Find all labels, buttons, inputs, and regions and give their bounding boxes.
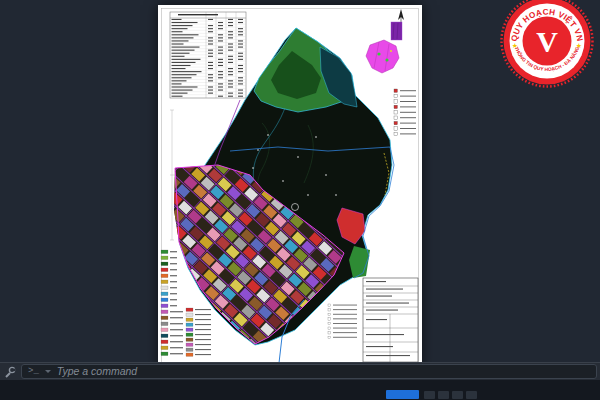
notes-block bbox=[328, 304, 357, 339]
wrench-icon[interactable] bbox=[3, 365, 17, 379]
urban-block[interactable] bbox=[158, 275, 159, 289]
legend-swatch[interactable] bbox=[186, 348, 193, 351]
urban-block[interactable] bbox=[200, 311, 214, 325]
legend-swatch[interactable] bbox=[161, 280, 168, 284]
status-icon[interactable] bbox=[452, 391, 463, 399]
status-icon[interactable] bbox=[466, 391, 477, 399]
legend-swatch[interactable] bbox=[161, 256, 168, 260]
command-prompt-icon: >_ bbox=[28, 367, 39, 376]
legend-label bbox=[195, 309, 211, 310]
legend-swatch[interactable] bbox=[186, 308, 193, 311]
legend-label bbox=[170, 317, 183, 318]
command-history-caret[interactable] bbox=[45, 370, 51, 373]
legend-swatch[interactable] bbox=[161, 292, 168, 296]
urban-block[interactable] bbox=[219, 329, 233, 343]
urban-block[interactable] bbox=[197, 143, 211, 157]
location-inset[interactable] bbox=[366, 22, 402, 73]
legend-label bbox=[170, 353, 183, 354]
drawing-sheet[interactable] bbox=[158, 5, 422, 368]
legend-swatch[interactable] bbox=[161, 274, 168, 278]
urban-block[interactable] bbox=[221, 346, 235, 360]
star-icon: ★ bbox=[576, 42, 582, 49]
planning-map[interactable] bbox=[158, 5, 422, 368]
command-input[interactable]: >_ Type a command bbox=[21, 364, 597, 379]
legend-label bbox=[170, 311, 183, 312]
legend-label bbox=[170, 341, 183, 342]
legend-label bbox=[170, 335, 183, 336]
legend-label bbox=[170, 281, 177, 282]
legend-swatch[interactable] bbox=[161, 340, 168, 344]
legend-swatch[interactable] bbox=[161, 262, 168, 266]
urban-block[interactable] bbox=[163, 217, 177, 231]
legend-swatch[interactable] bbox=[186, 353, 193, 356]
legend-label bbox=[195, 339, 211, 340]
urban-block[interactable] bbox=[179, 277, 193, 291]
status-icon[interactable] bbox=[438, 391, 449, 399]
title-block bbox=[363, 278, 418, 362]
legend-label bbox=[170, 329, 183, 330]
legend-label bbox=[170, 251, 177, 252]
legend-swatch[interactable] bbox=[161, 328, 168, 332]
legend-label bbox=[170, 287, 177, 288]
legend-swatch[interactable] bbox=[161, 352, 168, 356]
legend-label bbox=[195, 314, 211, 315]
watermark-badge: QUY HOẠCH VIỆT VN THÔNG TIN QUY HOẠCH - … bbox=[496, 0, 600, 90]
legend-label bbox=[195, 334, 211, 335]
urban-block[interactable] bbox=[158, 208, 168, 222]
legend-label bbox=[195, 319, 211, 320]
legend-label bbox=[170, 269, 177, 270]
dimension-line bbox=[170, 110, 174, 240]
legend-label bbox=[195, 344, 211, 345]
legend-swatch[interactable] bbox=[161, 322, 168, 326]
urban-block[interactable] bbox=[161, 200, 175, 214]
status-bar bbox=[0, 380, 600, 400]
legend-swatch[interactable] bbox=[186, 328, 193, 331]
legend-swatch[interactable] bbox=[186, 338, 193, 341]
legend-label bbox=[170, 263, 177, 264]
symbol-list bbox=[394, 89, 416, 136]
urban-block[interactable] bbox=[173, 301, 187, 315]
legend-label bbox=[170, 299, 177, 300]
urban-block[interactable] bbox=[228, 338, 242, 352]
urban-block[interactable] bbox=[171, 285, 185, 299]
urban-block[interactable] bbox=[204, 135, 218, 149]
urban-block[interactable] bbox=[158, 225, 170, 239]
legend-label bbox=[195, 329, 211, 330]
legend-label bbox=[170, 323, 183, 324]
urban-block[interactable] bbox=[189, 151, 203, 165]
legend-swatch[interactable] bbox=[161, 304, 168, 308]
legend-swatch[interactable] bbox=[186, 343, 193, 346]
legend-swatch[interactable] bbox=[186, 318, 193, 321]
legend-swatch[interactable] bbox=[161, 250, 168, 254]
urban-block[interactable] bbox=[183, 310, 197, 324]
urban-block[interactable] bbox=[158, 191, 166, 205]
legend-label bbox=[170, 257, 177, 258]
legend-swatch[interactable] bbox=[161, 334, 168, 338]
legend-label bbox=[170, 293, 177, 294]
legend-swatch[interactable] bbox=[161, 268, 168, 272]
legend-swatch[interactable] bbox=[186, 313, 193, 316]
legend-swatch[interactable] bbox=[186, 333, 193, 336]
legend-swatch[interactable] bbox=[161, 310, 168, 314]
command-bar[interactable]: >_ Type a command bbox=[0, 362, 600, 380]
legend-label bbox=[195, 354, 211, 355]
badge-letter: V bbox=[536, 25, 558, 58]
legend-label bbox=[170, 305, 177, 306]
legend-swatch[interactable] bbox=[161, 316, 168, 320]
autocad-canvas[interactable]: QUY HOẠCH VIỆT VN THÔNG TIN QUY HOẠCH - … bbox=[0, 0, 600, 400]
legend-label bbox=[195, 324, 211, 325]
legend-swatch[interactable] bbox=[161, 298, 168, 302]
urban-block[interactable] bbox=[238, 347, 252, 361]
urban-block[interactable] bbox=[209, 320, 223, 334]
command-placeholder: Type a command bbox=[57, 366, 137, 377]
model-space-button[interactable] bbox=[386, 390, 419, 399]
status-icon[interactable] bbox=[424, 391, 435, 399]
urban-block[interactable] bbox=[211, 337, 225, 351]
star-icon: ★ bbox=[512, 42, 518, 49]
legend-label bbox=[170, 347, 183, 348]
legend-swatch[interactable] bbox=[161, 286, 168, 290]
legend-swatch[interactable] bbox=[186, 323, 193, 326]
land-use-table[interactable] bbox=[170, 12, 246, 98]
legend-label bbox=[170, 275, 177, 276]
legend-swatch[interactable] bbox=[161, 346, 168, 350]
